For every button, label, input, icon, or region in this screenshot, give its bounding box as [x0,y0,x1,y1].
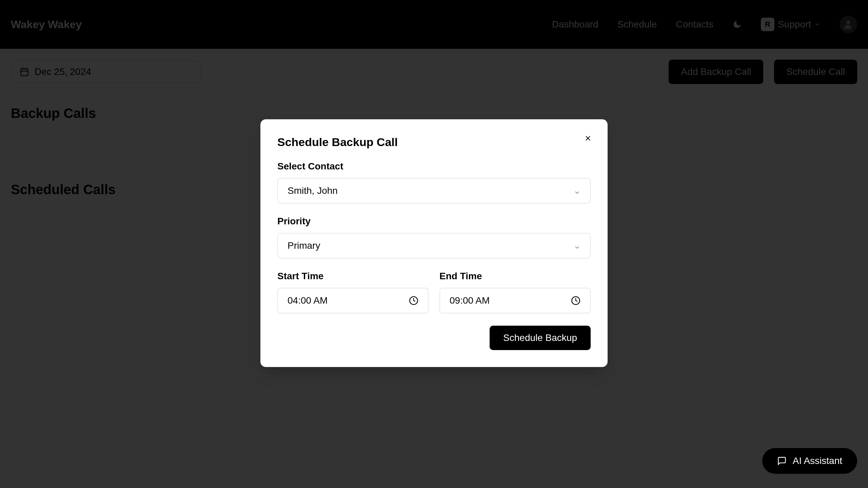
chevron-down-icon [574,242,580,249]
contact-select[interactable]: Smith, John [277,178,591,204]
modal-title: Schedule Backup Call [277,136,591,149]
time-row: Start Time 04:00 AM End Time 09:00 AM [277,271,591,313]
clock-icon [409,296,418,305]
priority-value: Primary [288,240,320,251]
clock-icon [571,296,580,305]
modal-overlay[interactable]: Schedule Backup Call Select Contact Smit… [0,0,868,488]
end-time-value: 09:00 AM [450,295,490,306]
end-time-input[interactable]: 09:00 AM [439,288,591,313]
close-button[interactable] [583,134,593,144]
priority-select[interactable]: Primary [277,233,591,259]
close-icon [584,134,592,144]
start-time-value: 04:00 AM [288,295,328,306]
schedule-backup-button[interactable]: Schedule Backup [490,326,591,350]
priority-label: Priority [277,216,591,227]
ai-assistant-button[interactable]: AI Assistant [762,448,857,474]
schedule-backup-modal: Schedule Backup Call Select Contact Smit… [260,119,608,367]
modal-footer: Schedule Backup [277,326,591,350]
end-time-group: End Time 09:00 AM [439,271,591,313]
priority-group: Priority Primary [277,216,591,259]
chevron-down-icon [574,187,580,194]
start-time-label: Start Time [277,271,429,282]
ai-assistant-label: AI Assistant [793,455,842,466]
contact-label: Select Contact [277,161,591,172]
start-time-group: Start Time 04:00 AM [277,271,429,313]
contact-group: Select Contact Smith, John [277,161,591,204]
end-time-label: End Time [439,271,591,282]
contact-value: Smith, John [288,185,338,196]
chat-icon [777,456,787,466]
start-time-input[interactable]: 04:00 AM [277,288,429,313]
